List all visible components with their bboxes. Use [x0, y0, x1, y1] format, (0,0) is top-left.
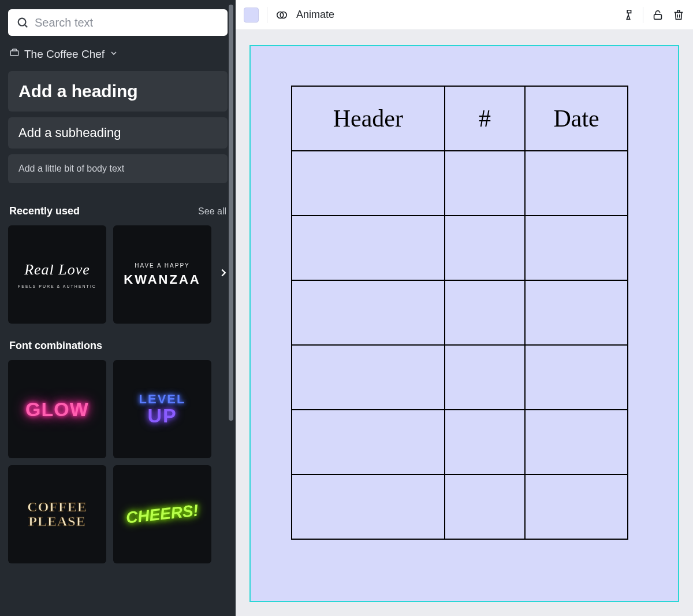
context-toolbar: Animate	[236, 0, 693, 30]
tile-label-b: UP	[147, 405, 177, 427]
tile-sub: FEELS PURE & AUTHENTIC	[18, 284, 96, 288]
transparency-icon[interactable]	[275, 9, 288, 21]
design-page[interactable]: Header # Date	[251, 46, 678, 601]
table-row[interactable]	[292, 216, 628, 280]
table-row[interactable]	[292, 280, 628, 345]
editor-area: Animate	[236, 0, 693, 616]
text-template-levelup[interactable]: LEVEL UP	[113, 360, 211, 458]
text-template-kwanzaa[interactable]: HAVE A HAPPY KWANZAA	[113, 225, 211, 324]
tile-label: GLOW	[25, 398, 89, 421]
add-heading-button[interactable]: Add a heading	[8, 71, 228, 112]
text-template-coffee[interactable]: COFFEE PLEASE	[8, 465, 106, 563]
tile-label-a: COFFEE	[27, 500, 87, 514]
text-sidebar: The Coffee Chef Add a heading Add a subh…	[0, 0, 236, 616]
see-all-recently-used[interactable]: See all	[198, 206, 226, 217]
brandkit-icon	[9, 47, 20, 61]
recently-used-title: Recently used	[9, 205, 80, 217]
toolbar-divider	[643, 7, 643, 23]
canvas-table[interactable]: Header # Date	[291, 86, 628, 540]
table-row[interactable]	[292, 410, 628, 474]
search-input[interactable]	[35, 16, 219, 29]
recently-used-header: Recently used See all	[9, 205, 226, 217]
table-header-cell[interactable]: Header	[292, 86, 445, 151]
carousel-next-button[interactable]	[217, 266, 230, 283]
font-combinations-title: Font combinations	[9, 340, 102, 352]
lock-icon[interactable]	[651, 9, 664, 21]
toolbar-divider	[267, 7, 267, 23]
font-combo-row-1: GLOW LEVEL UP	[8, 360, 228, 458]
font-combinations-header: Font combinations	[9, 340, 226, 352]
svg-line-1	[25, 25, 27, 27]
recently-used-tiles: Real Love FEELS PURE & AUTHENTIC HAVE A …	[8, 225, 228, 324]
search-icon	[16, 16, 29, 29]
tile-label: Real Love	[24, 261, 90, 279]
tile-label: KWANZAA	[124, 272, 200, 287]
tile-sub: HAVE A HAPPY	[135, 262, 190, 269]
table-header-row[interactable]: Header # Date	[292, 86, 628, 151]
brandkit-label: The Coffee Chef	[24, 48, 105, 61]
trash-icon[interactable]	[672, 9, 685, 21]
text-template-real-love[interactable]: Real Love FEELS PURE & AUTHENTIC	[8, 225, 106, 324]
table-header-cell[interactable]: #	[445, 86, 526, 151]
tile-label-b: PLEASE	[28, 514, 85, 529]
table-row[interactable]	[292, 151, 628, 216]
text-template-glow[interactable]: GLOW	[8, 360, 106, 458]
table-row[interactable]	[292, 474, 628, 539]
font-combo-row-2: COFFEE PLEASE CHEERS!	[8, 465, 228, 563]
brandkit-selector[interactable]: The Coffee Chef	[9, 47, 228, 61]
tile-label: CHEERS!	[125, 502, 200, 528]
add-subheading-button[interactable]: Add a subheading	[8, 117, 228, 149]
animate-button[interactable]: Animate	[296, 9, 334, 21]
background-color-swatch[interactable]	[244, 8, 259, 23]
copy-style-icon[interactable]	[622, 9, 635, 21]
add-body-text-button[interactable]: Add a little bit of body text	[8, 154, 228, 183]
svg-rect-5	[654, 14, 662, 19]
search-field[interactable]	[8, 9, 228, 36]
table-row[interactable]	[292, 345, 628, 410]
text-template-cheers[interactable]: CHEERS!	[113, 465, 211, 563]
sidebar-scrollbar[interactable]	[229, 5, 233, 421]
table-header-cell[interactable]: Date	[525, 86, 628, 151]
svg-rect-2	[10, 51, 18, 55]
svg-point-0	[18, 18, 26, 26]
canvas-viewport[interactable]: Header # Date	[236, 30, 693, 616]
chevron-down-icon	[109, 48, 118, 61]
